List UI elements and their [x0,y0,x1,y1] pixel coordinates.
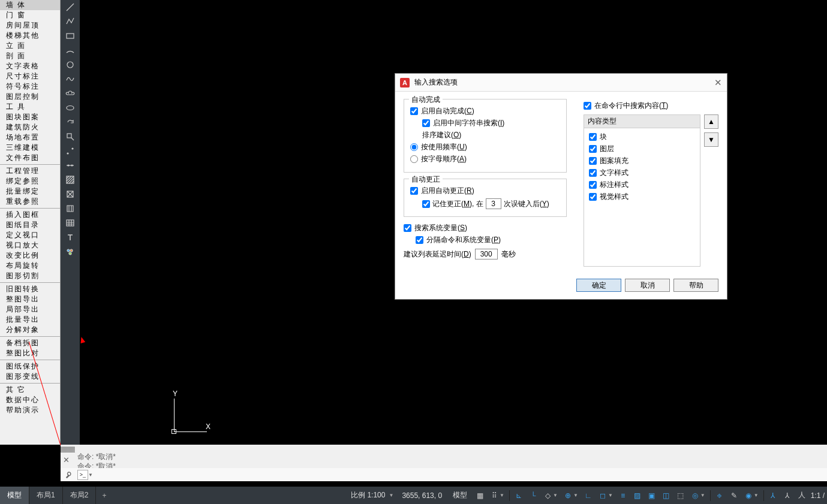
sidebar-item[interactable]: 图纸目录 [0,220,60,230]
mode-text[interactable]: 模型 [448,490,472,500]
sidebar-item[interactable]: 局部导出 [0,304,60,315]
sidebar-item[interactable]: 绑定参照 [0,176,60,186]
sidebar-item[interactable]: 整图导出 [0,294,60,304]
midstring-search-checkbox[interactable]: 启用中间字符串搜索(I) [422,118,560,128]
sidebar-item[interactable]: 改变比例 [0,251,60,261]
sidebar-item[interactable]: 图层控制 [0,92,60,102]
sidebar-item[interactable]: 尺寸标注 [0,71,60,82]
ann3-icon[interactable]: 人 [795,489,808,502]
sidebar-item[interactable]: 剖 面 [0,51,60,61]
drag-handle-icon[interactable] [61,446,75,452]
sidebar-item[interactable]: 楼梯其他 [0,31,60,41]
table-icon[interactable] [64,217,76,229]
sidebar-item[interactable]: 文字表格 [0,61,60,71]
lineweight-icon[interactable]: ≡ [617,489,630,502]
panel-close-icon[interactable]: ✕ [63,455,70,464]
iso-icon[interactable]: ◇ [541,489,554,502]
delay-input[interactable] [475,249,498,259]
snap-icon[interactable]: ⠿ [488,489,501,502]
region-icon[interactable] [64,188,76,200]
layout-tab[interactable]: 布局1 [29,487,63,504]
enable-autocorrect-checkbox[interactable]: 启用自动更正(R) [410,186,560,196]
sidebar-item[interactable]: 文件布图 [0,153,60,163]
scale-text[interactable]: 比例 1:100 [346,490,390,500]
ok-button[interactable]: 确定 [576,279,621,292]
close-icon[interactable]: ✕ [714,77,722,88]
sidebar-item[interactable]: 工程管理 [0,166,60,176]
chevron-down-icon[interactable]: ▼ [389,493,393,498]
ratio-text[interactable]: 1:1 / [810,491,826,500]
chevron-down-icon[interactable]: ▼ [608,493,613,498]
osnap-icon[interactable]: ∟ [582,489,595,502]
search-sysvar-checkbox[interactable]: 搜索系统变量(S) [404,223,567,233]
sidebar-item[interactable]: 房间屋顶 [0,20,60,31]
sidebar-item[interactable]: 场地布置 [0,132,60,143]
sort-frequency-radio[interactable]: 按使用频率(U) [410,142,560,152]
redo-icon[interactable] [64,116,76,128]
dialog-titlebar[interactable]: A 输入搜索选项 ✕ [395,74,727,92]
sc-icon[interactable]: ⎆ [713,489,726,502]
dynamic-icon[interactable]: ◎ [688,489,702,502]
mistype-count-input[interactable] [486,198,501,209]
sidebar-item[interactable]: 图块图案 [0,112,60,122]
sidebar-item[interactable]: 门 窗 [0,10,60,20]
chevron-down-icon[interactable]: ▼ [573,493,578,498]
ann-icon[interactable]: ⅄ [766,489,780,502]
sidebar-item[interactable]: 分解对象 [0,325,60,335]
content-type-checkbox[interactable]: 文字样式 [589,168,695,178]
arc-icon[interactable] [64,44,76,56]
chevron-down-icon[interactable]: ▼ [553,493,558,498]
chevron-down-icon[interactable]: ▼ [754,493,759,498]
qp-icon[interactable]: ✎ [727,489,741,502]
cycling-icon[interactable]: ▣ [645,489,658,502]
divide-icon[interactable] [64,159,76,171]
sidebar-item[interactable]: 图形切割 [0,271,60,281]
sidebar-item[interactable]: 重载参照 [0,197,60,207]
cloud-icon[interactable] [64,87,76,99]
polartrack-icon[interactable]: ⊕ [561,489,575,502]
point-icon[interactable] [64,145,76,157]
enable-autocomplete-checkbox[interactable]: 启用自动完成(C) [410,106,560,116]
sidebar-item[interactable]: 图纸保护 [0,361,60,372]
spline-icon[interactable] [64,73,76,85]
sidebar-item[interactable]: 符号标注 [0,82,60,92]
transparency-icon[interactable]: ▨ [631,489,644,502]
content-type-checkbox[interactable]: 图层 [589,144,695,154]
content-type-checkbox[interactable]: 标注样式 [589,180,695,190]
sidebar-item[interactable]: 三维建模 [0,143,60,153]
sidebar-item[interactable]: 批量导出 [0,315,60,325]
color-icon[interactable] [64,246,76,258]
sidebar-item[interactable]: 定义视口 [0,230,60,240]
layout-tab[interactable]: 布局2 [63,487,97,504]
ann2-icon[interactable]: ⅄ [781,489,794,502]
move-up-button[interactable]: ▲ [704,114,718,129]
trim-icon[interactable] [64,203,76,215]
insert-icon[interactable] [64,131,76,143]
add-tab-button[interactable]: + [96,491,112,500]
sidebar-item[interactable]: 批量绑定 [0,186,60,197]
text-icon[interactable] [64,231,76,243]
sidebar-item[interactable]: 插入图框 [0,210,60,220]
otrack-icon[interactable]: ◻ [596,489,609,502]
content-type-checkbox[interactable]: 块 [589,132,695,142]
rect-icon[interactable] [64,30,76,42]
sidebar-item[interactable]: 墙 体 [0,0,60,10]
sidebar-item[interactable]: 工 具 [0,102,60,112]
help-button[interactable]: 帮助 [673,279,718,292]
chevron-down-icon[interactable]: ▼ [700,493,705,498]
sidebar-item[interactable]: 立 面 [0,41,60,51]
sidebar-item[interactable]: 建筑防火 [0,122,60,132]
sidebar-item[interactable]: 视口放大 [0,240,60,251]
ellipse-icon[interactable] [64,102,76,114]
hatch-icon[interactable] [64,174,76,186]
cancel-button[interactable]: 取消 [625,279,670,292]
layout-tab[interactable]: 模型 [0,487,29,504]
sidebar-item[interactable]: 整图比对 [0,348,60,358]
content-type-checkbox[interactable]: 视觉样式 [589,192,695,202]
search-in-cmdline-checkbox[interactable]: 在命令行中搜索内容(T) [584,101,718,111]
polar-icon[interactable]: └ [527,489,540,502]
remember-correction-checkbox[interactable] [422,200,430,208]
wrench-icon[interactable] [64,469,75,480]
command-input[interactable]: >_ [77,470,88,480]
sidebar-item[interactable]: 其 它 [0,385,60,395]
